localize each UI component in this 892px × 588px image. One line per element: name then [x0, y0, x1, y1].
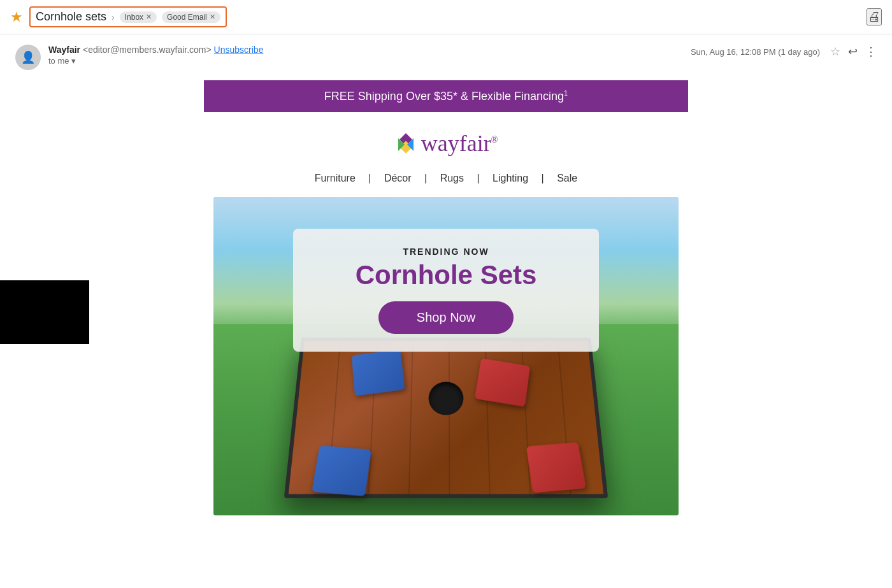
sender-email: <editor@members.wayfair.com> — [83, 45, 212, 55]
timestamp: Sun, Aug 16, 12:08 PM (1 day ago) — [691, 47, 820, 57]
to-me[interactable]: to me ▾ — [48, 56, 263, 66]
cornhole-board — [284, 338, 608, 498]
bag-blue-topleft — [352, 349, 405, 396]
promo-superscript: 1 — [564, 89, 568, 97]
board-hole — [428, 382, 463, 415]
email-body: FREE Shipping Over $35* & Flexible Finan… — [0, 80, 892, 531]
good-email-tag[interactable]: Good Email ✕ — [162, 11, 220, 23]
nav-sep-4: | — [536, 173, 552, 183]
promo-banner: FREE Shipping Over $35* & Flexible Finan… — [204, 80, 688, 112]
bag-red-topright — [475, 358, 530, 407]
email-meta: Sun, Aug 16, 12:08 PM (1 day ago) ☆ ↩ ⋮ — [691, 45, 877, 59]
subject-box: Cornhole sets › Inbox ✕ Good Email ✕ — [29, 6, 227, 27]
trending-label: TRENDING NOW — [313, 247, 579, 257]
sender-line: Wayfair <editor@members.wayfair.com> Uns… — [48, 45, 263, 55]
good-email-tag-label: Good Email — [167, 13, 207, 22]
email-content-wrapper: FREE Shipping Over $35* & Flexible Finan… — [204, 80, 688, 515]
inbox-tag-close[interactable]: ✕ — [146, 13, 152, 21]
nav-rugs[interactable]: Rugs — [435, 173, 469, 183]
star-icon[interactable]: ★ — [10, 9, 23, 25]
top-bar-left: ★ Cornhole sets › Inbox ✕ Good Email ✕ — [10, 6, 227, 27]
hero-background: TRENDING NOW Cornhole Sets Shop Now — [213, 197, 679, 515]
print-button[interactable]: 🖨 — [867, 8, 882, 25]
nav-sep-1: | — [363, 173, 379, 183]
hero-container: TRENDING NOW Cornhole Sets Shop Now — [213, 197, 679, 515]
reply-button[interactable]: ↩ — [848, 45, 858, 59]
wayfair-logo: wayfair® — [394, 130, 498, 157]
dropdown-arrow-icon: ▾ — [71, 56, 76, 66]
board-container — [293, 331, 599, 496]
email-actions: ☆ ↩ ⋮ — [830, 45, 877, 59]
sender-info: 👤 Wayfair <editor@members.wayfair.com> U… — [15, 45, 263, 70]
top-bar: ★ Cornhole sets › Inbox ✕ Good Email ✕ 🖨 — [0, 0, 892, 34]
logo-text: wayfair® — [421, 130, 498, 157]
avatar: 👤 — [15, 45, 41, 70]
chevron-right-icon: › — [112, 12, 115, 22]
inbox-tag-label: Inbox — [125, 13, 143, 22]
logo-diamond-icon — [394, 132, 417, 155]
shop-now-button[interactable]: Shop Now — [378, 301, 514, 334]
good-email-tag-close[interactable]: ✕ — [210, 13, 215, 21]
nav-lighting[interactable]: Lighting — [487, 173, 533, 183]
nav-sep-2: | — [419, 173, 435, 183]
promo-text: FREE Shipping Over $35* & Flexible Finan… — [324, 90, 564, 103]
nav-decor[interactable]: Décor — [379, 173, 417, 183]
content-card: TRENDING NOW Cornhole Sets Shop Now — [293, 229, 599, 352]
nav-links: Furniture | Décor | Rugs | Lighting | Sa… — [204, 168, 688, 197]
sender-name: Wayfair — [48, 45, 80, 55]
hero-title: Cornhole Sets — [313, 261, 579, 290]
nav-furniture[interactable]: Furniture — [310, 173, 361, 183]
nav-sale[interactable]: Sale — [552, 173, 582, 183]
inbox-tag[interactable]: Inbox ✕ — [120, 11, 157, 23]
star-button[interactable]: ☆ — [830, 45, 840, 59]
logo-area: wayfair® — [204, 112, 688, 168]
bag-blue-bottomleft — [312, 445, 372, 496]
nav-sep-3: | — [471, 173, 487, 183]
more-options-button[interactable]: ⋮ — [865, 45, 877, 59]
black-rectangle — [0, 280, 89, 344]
bag-red-bottomright — [526, 442, 586, 493]
subject-text: Cornhole sets — [36, 10, 106, 24]
email-header: 👤 Wayfair <editor@members.wayfair.com> U… — [0, 34, 892, 80]
sender-details: Wayfair <editor@members.wayfair.com> Uns… — [48, 45, 263, 66]
avatar-icon: 👤 — [21, 50, 35, 64]
unsubscribe-link[interactable]: Unsubscribe — [214, 45, 264, 55]
